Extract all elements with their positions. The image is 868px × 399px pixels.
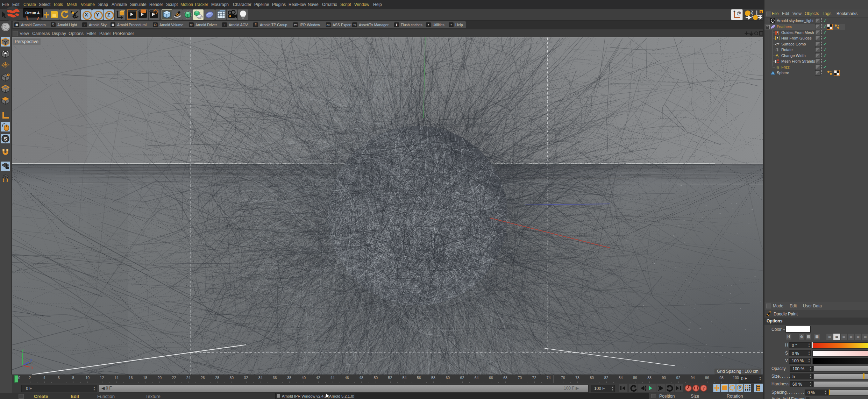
svg-text:@: @ — [737, 10, 741, 16]
svg-text:P: P — [739, 386, 741, 390]
svg-text:0: 0 — [760, 10, 762, 14]
svg-text:S: S — [4, 136, 7, 142]
svg-text:?: ? — [703, 386, 705, 390]
